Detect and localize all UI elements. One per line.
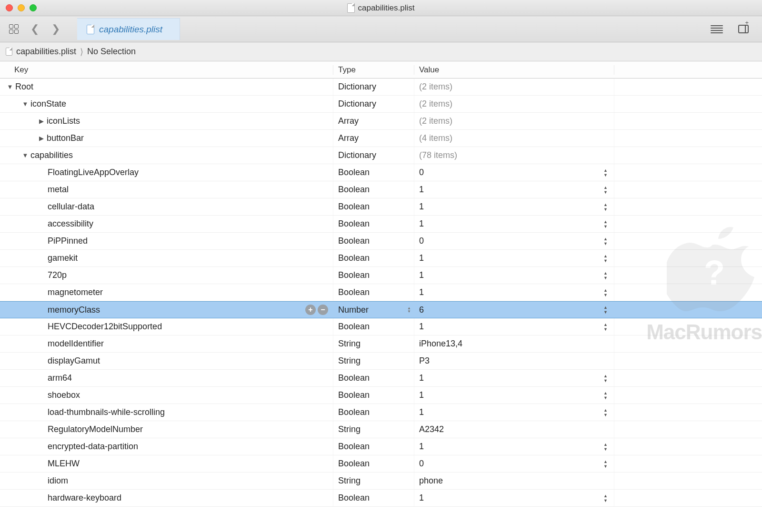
table-row[interactable]: encrypted-data-partitionBoolean1 bbox=[0, 438, 762, 455]
zoom-window-button[interactable] bbox=[30, 4, 37, 11]
cell-value[interactable]: P3 bbox=[414, 353, 614, 369]
cell-type[interactable]: String bbox=[333, 353, 414, 369]
nav-forward-button[interactable]: ❯ bbox=[47, 20, 65, 38]
cell-value[interactable]: 0 bbox=[414, 164, 614, 181]
table-row[interactable]: hardware-keyboardBoolean1 bbox=[0, 490, 762, 507]
value-stepper[interactable] bbox=[603, 493, 610, 503]
disclosure-triangle-open-icon[interactable]: ▼ bbox=[22, 152, 29, 159]
cell-key[interactable]: HEVCDecoder12bitSupported bbox=[0, 318, 333, 335]
disclosure-triangle-closed-icon[interactable]: ▶ bbox=[38, 118, 45, 125]
cell-value[interactable]: phone bbox=[414, 473, 614, 489]
cell-type[interactable]: Boolean bbox=[333, 490, 414, 506]
cell-value[interactable]: 1 bbox=[414, 318, 614, 335]
cell-value[interactable]: 6 bbox=[414, 302, 614, 318]
cell-type[interactable]: Dictionary bbox=[333, 147, 414, 164]
cell-key[interactable]: modelIdentifier bbox=[0, 335, 333, 352]
cell-key[interactable]: ▼capabilities bbox=[0, 147, 333, 164]
cell-key[interactable]: MLEHW bbox=[0, 455, 333, 472]
editor-options-button[interactable] bbox=[708, 20, 726, 38]
cell-value[interactable]: (4 items) bbox=[414, 130, 614, 147]
table-row[interactable]: memoryClass+−Number▲▼6 bbox=[0, 301, 762, 318]
cell-key[interactable]: PiPPinned bbox=[0, 233, 333, 249]
cell-value[interactable]: 1 bbox=[414, 267, 614, 284]
minimize-window-button[interactable] bbox=[18, 4, 25, 11]
cell-key[interactable]: displayGamut bbox=[0, 353, 333, 369]
table-row[interactable]: idiomStringphone bbox=[0, 473, 762, 490]
type-stepper[interactable]: ▲▼ bbox=[407, 306, 411, 313]
cell-value[interactable]: 0 bbox=[414, 233, 614, 249]
cell-key[interactable]: accessibility bbox=[0, 216, 333, 232]
cell-key[interactable]: metal bbox=[0, 181, 333, 198]
add-row-button[interactable]: + bbox=[305, 305, 316, 315]
add-panel-button[interactable] bbox=[734, 20, 752, 38]
cell-type[interactable]: Boolean bbox=[333, 284, 414, 301]
value-stepper[interactable] bbox=[603, 270, 610, 281]
disclosure-triangle-open-icon[interactable]: ▼ bbox=[22, 100, 29, 108]
column-header-key[interactable]: Key bbox=[0, 65, 333, 75]
cell-type[interactable]: Dictionary bbox=[333, 96, 414, 112]
cell-value[interactable]: 1 bbox=[414, 198, 614, 215]
cell-key[interactable]: magnetometer bbox=[0, 284, 333, 301]
table-row[interactable]: arm64Boolean1 bbox=[0, 370, 762, 387]
cell-type[interactable]: Boolean bbox=[333, 438, 414, 455]
value-stepper[interactable] bbox=[603, 236, 610, 246]
value-stepper[interactable] bbox=[603, 305, 610, 315]
cell-value[interactable]: A2342 bbox=[414, 421, 614, 438]
table-row[interactable]: ▼iconStateDictionary(2 items) bbox=[0, 96, 762, 113]
value-stepper[interactable] bbox=[603, 407, 610, 418]
cell-type[interactable]: String bbox=[333, 421, 414, 438]
cell-key[interactable]: shoebox bbox=[0, 387, 333, 404]
disclosure-triangle-closed-icon[interactable]: ▶ bbox=[38, 135, 45, 142]
cell-value[interactable]: 0 bbox=[414, 455, 614, 472]
cell-key[interactable]: hardware-keyboard bbox=[0, 490, 333, 506]
table-row[interactable]: ▶iconListsArray(2 items) bbox=[0, 113, 762, 130]
cell-type[interactable]: Number▲▼ bbox=[333, 302, 414, 318]
cell-key[interactable]: 720p bbox=[0, 267, 333, 284]
cell-value[interactable]: 1 bbox=[414, 370, 614, 386]
table-row[interactable]: cellular-dataBoolean1 bbox=[0, 198, 762, 216]
value-stepper[interactable] bbox=[603, 442, 610, 452]
cell-key[interactable]: arm64 bbox=[0, 370, 333, 386]
tab-active[interactable]: capabilities.plist bbox=[77, 18, 180, 40]
table-row[interactable]: metalBoolean1 bbox=[0, 181, 762, 198]
table-row[interactable]: shoeboxBoolean1 bbox=[0, 387, 762, 404]
cell-value[interactable]: (2 items) bbox=[414, 96, 614, 112]
cell-value[interactable]: 1 bbox=[414, 438, 614, 455]
value-stepper[interactable] bbox=[603, 219, 610, 229]
cell-type[interactable]: Boolean bbox=[333, 233, 414, 249]
value-stepper[interactable] bbox=[603, 390, 610, 401]
table-row[interactable]: magnetometerBoolean1 bbox=[0, 284, 762, 301]
cell-value[interactable]: 1 bbox=[414, 250, 614, 266]
cell-type[interactable]: Boolean bbox=[333, 404, 414, 421]
related-items-button[interactable] bbox=[5, 20, 23, 38]
cell-type[interactable]: Dictionary bbox=[333, 79, 414, 95]
value-stepper[interactable] bbox=[603, 253, 610, 264]
cell-key[interactable]: cellular-data bbox=[0, 198, 333, 215]
cell-key[interactable]: FloatingLiveAppOverlay bbox=[0, 164, 333, 181]
table-row[interactable]: RegulatoryModelNumberStringA2342 bbox=[0, 421, 762, 438]
cell-key[interactable]: ▶buttonBar bbox=[0, 130, 333, 147]
remove-row-button[interactable]: − bbox=[318, 305, 328, 315]
cell-type[interactable]: Boolean bbox=[333, 370, 414, 386]
value-stepper[interactable] bbox=[603, 287, 610, 298]
cell-type[interactable]: Array bbox=[333, 113, 414, 129]
breadcrumb-file[interactable]: capabilities.plist bbox=[16, 47, 76, 57]
cell-type[interactable]: Boolean bbox=[333, 216, 414, 232]
cell-type[interactable]: Boolean bbox=[333, 318, 414, 335]
cell-key[interactable]: ▼iconState bbox=[0, 96, 333, 112]
table-row[interactable]: 720pBoolean1 bbox=[0, 267, 762, 284]
cell-type[interactable]: Boolean bbox=[333, 387, 414, 404]
cell-key[interactable]: ▶iconLists bbox=[0, 113, 333, 129]
cell-key[interactable]: memoryClass+− bbox=[0, 302, 333, 318]
cell-value[interactable]: 1 bbox=[414, 284, 614, 301]
cell-type[interactable]: Boolean bbox=[333, 455, 414, 472]
column-header-value[interactable]: Value bbox=[414, 65, 614, 75]
table-row[interactable]: ▶buttonBarArray(4 items) bbox=[0, 130, 762, 147]
table-row[interactable]: HEVCDecoder12bitSupportedBoolean1 bbox=[0, 318, 762, 335]
cell-type[interactable]: Boolean bbox=[333, 164, 414, 181]
cell-value[interactable]: 1 bbox=[414, 404, 614, 421]
cell-key[interactable]: encrypted-data-partition bbox=[0, 438, 333, 455]
value-stepper[interactable] bbox=[603, 185, 610, 195]
cell-type[interactable]: Boolean bbox=[333, 267, 414, 284]
cell-type[interactable]: Boolean bbox=[333, 198, 414, 215]
